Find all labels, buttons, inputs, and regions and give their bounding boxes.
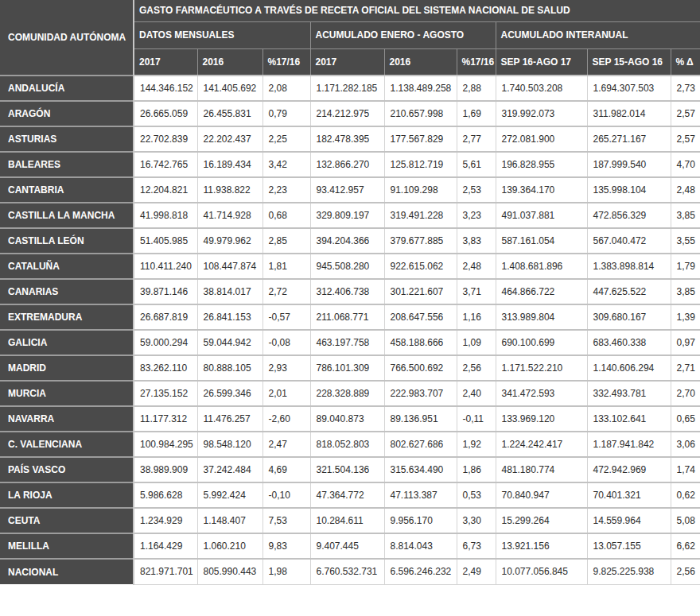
data-cell: 139.364.170 — [496, 177, 587, 203]
col-header-acum-2017: 2017 — [310, 48, 384, 76]
table-row: NAVARRA11.177.31211.476.257-2,6089.040.8… — [0, 406, 700, 432]
table-row: NACIONAL821.971.701805.990.4431,986.760.… — [0, 559, 700, 584]
data-cell: 98.548.120 — [197, 432, 262, 457]
data-cell: 587.161.054 — [496, 228, 587, 254]
data-cell: 2,25 — [262, 126, 310, 152]
col-header-mensual-2017: 2017 — [134, 48, 197, 76]
data-cell: 4,69 — [262, 457, 310, 482]
row-label: PAÍS VASCO — [0, 457, 134, 482]
data-cell: 1.740.503.208 — [496, 76, 587, 101]
data-cell: 27.135.152 — [134, 381, 197, 406]
data-cell: 1,69 — [457, 101, 496, 126]
data-cell: 922.615.062 — [384, 254, 457, 279]
data-cell: 5.992.424 — [197, 482, 262, 508]
data-cell: -0,10 — [262, 482, 310, 508]
group-header-acumulado-interanual: ACUMULADO INTERANUAL — [496, 21, 700, 48]
data-cell: 110.411.240 — [134, 254, 197, 279]
data-cell: 315.634.490 — [384, 457, 457, 482]
table-row: CEUTA1.234.9291.148.4077,5310.284.6119.9… — [0, 508, 700, 533]
data-cell: 2,40 — [457, 381, 496, 406]
data-cell: 945.508.280 — [310, 254, 384, 279]
data-cell: 265.271.167 — [587, 126, 671, 152]
row-label: C. VALENCIANA — [0, 432, 134, 457]
data-cell: 821.971.701 — [134, 559, 197, 584]
data-cell: 9.407.445 — [310, 533, 384, 559]
data-cell: 341.472.593 — [496, 381, 587, 406]
data-cell: 141.405.692 — [197, 76, 262, 101]
row-label: CATALUÑA — [0, 254, 134, 279]
table-row: MURCIA27.135.15226.599.3462,01228.328.88… — [0, 381, 700, 406]
data-cell: 177.567.829 — [384, 126, 457, 152]
data-cell: 9.825.225.938 — [587, 559, 671, 584]
data-cell: 1,79 — [671, 254, 700, 279]
data-cell: 41.714.928 — [197, 203, 262, 228]
data-cell: 464.866.722 — [496, 279, 587, 304]
data-cell: 472.856.329 — [587, 203, 671, 228]
table-row: CANARIAS39.871.14638.814.0172,72312.406.… — [0, 279, 700, 304]
data-cell: 132.866.270 — [310, 152, 384, 177]
data-cell: 309.680.167 — [587, 304, 671, 330]
data-cell: 5.986.628 — [134, 482, 197, 508]
data-cell: 802.627.686 — [384, 432, 457, 457]
data-cell: 319.992.073 — [496, 101, 587, 126]
group-header-acumulado-enero-agosto: ACUMULADO ENERO - AGOSTO — [310, 21, 496, 48]
data-cell: 26.841.153 — [197, 304, 262, 330]
data-cell: 1,81 — [262, 254, 310, 279]
row-label: CEUTA — [0, 508, 134, 533]
col-header-pct-delta: % Δ — [671, 48, 700, 76]
table-row: LA RIOJA5.986.6285.992.424-0,1047.364.77… — [0, 482, 700, 508]
data-cell: 786.101.309 — [310, 355, 384, 381]
data-cell: 1,86 — [457, 457, 496, 482]
data-cell: 1.060.210 — [197, 533, 262, 559]
data-cell: 2,72 — [262, 279, 310, 304]
data-cell: 3,23 — [457, 203, 496, 228]
data-cell: 0,68 — [262, 203, 310, 228]
data-cell: 3,85 — [671, 279, 700, 304]
data-cell: 3,30 — [457, 508, 496, 533]
data-cell: 311.982.014 — [587, 101, 671, 126]
data-cell: 321.504.136 — [310, 457, 384, 482]
data-cell: 1.171.282.185 — [310, 76, 384, 101]
table-row: CASTILLA LEÓN51.405.98549.979.9622,85394… — [0, 228, 700, 254]
data-cell: 37.242.484 — [197, 457, 262, 482]
data-cell: 3,06 — [671, 432, 700, 457]
data-cell: 51.405.985 — [134, 228, 197, 254]
data-cell: 683.460.338 — [587, 330, 671, 355]
data-cell: 3,71 — [457, 279, 496, 304]
row-label: NACIONAL — [0, 559, 134, 584]
data-cell: 80.888.105 — [197, 355, 262, 381]
data-cell: 89.136.951 — [384, 406, 457, 432]
table-row: ANDALUCÍA144.346.152141.405.6922,081.171… — [0, 76, 700, 101]
data-cell: 2,56 — [457, 355, 496, 381]
data-cell: 9.956.170 — [384, 508, 457, 533]
data-cell: 458.188.666 — [384, 330, 457, 355]
table-row: BALEARES16.742.76516.189.4343,42132.866.… — [0, 152, 700, 177]
data-cell: 47.364.772 — [310, 482, 384, 508]
col-header-sep16-ago17: SEP 16-AGO 17 — [496, 48, 587, 76]
pharma-spending-table: COMUNIDAD AUTÓNOMA GASTO FARMACÉUTICO A … — [0, 0, 700, 585]
data-cell: 22.202.437 — [197, 126, 262, 152]
data-cell: 70.401.321 — [587, 482, 671, 508]
table-row: MELILLA1.164.4291.060.2109,839.407.4458.… — [0, 533, 700, 559]
data-cell: 463.197.758 — [310, 330, 384, 355]
row-label: MADRID — [0, 355, 134, 381]
data-cell: 332.493.781 — [587, 381, 671, 406]
data-cell: 196.828.955 — [496, 152, 587, 177]
data-cell: 312.406.738 — [310, 279, 384, 304]
row-label: LA RIOJA — [0, 482, 134, 508]
data-cell: 2,47 — [262, 432, 310, 457]
data-cell: 1.383.898.814 — [587, 254, 671, 279]
row-label: CANTABRIA — [0, 177, 134, 203]
data-cell: 2,08 — [262, 76, 310, 101]
data-cell: 1.171.522.210 — [496, 355, 587, 381]
table-row: CASTILLA LA MANCHA41.998.81841.714.9280,… — [0, 203, 700, 228]
data-cell: 26.455.831 — [197, 101, 262, 126]
data-cell: 2,01 — [262, 381, 310, 406]
data-cell: 41.998.818 — [134, 203, 197, 228]
data-cell: 1.148.407 — [197, 508, 262, 533]
data-cell: 144.346.152 — [134, 76, 197, 101]
data-cell: 319.491.228 — [384, 203, 457, 228]
data-cell: 135.998.104 — [587, 177, 671, 203]
data-cell: 38.989.909 — [134, 457, 197, 482]
data-cell: -0,11 — [457, 406, 496, 432]
